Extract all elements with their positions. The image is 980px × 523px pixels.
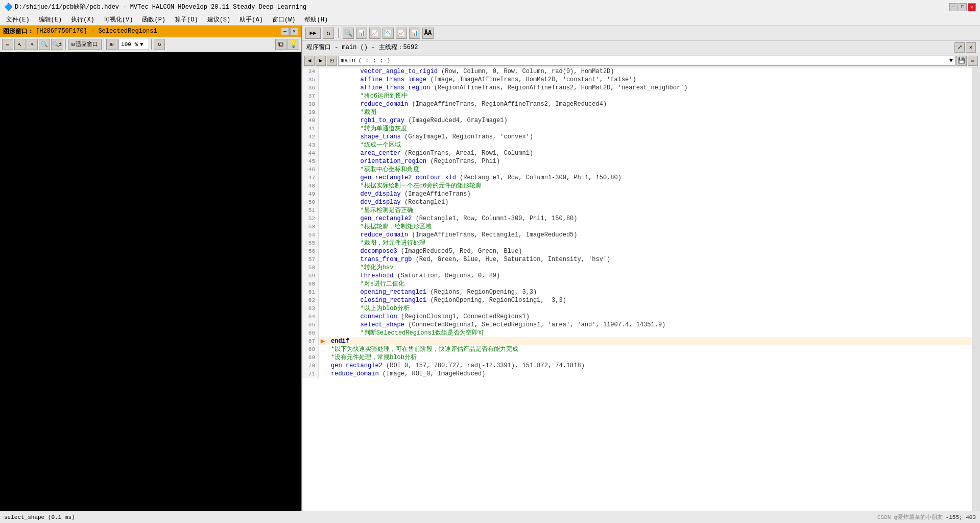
- zoom-dropdown-icon[interactable]: ▼: [140, 41, 144, 47]
- table-row[interactable]: 62 closing_rectangle1 (RegionOpening, Re…: [302, 296, 972, 304]
- draw-tool[interactable]: ✏: [2, 39, 13, 50]
- chart5-btn[interactable]: 📊: [409, 28, 420, 39]
- table-row[interactable]: 64 connection (RegionClosing1, Connected…: [302, 313, 972, 321]
- table-row[interactable]: 63 *以上为blob分析: [302, 304, 972, 313]
- refresh-btn[interactable]: ↻: [323, 28, 334, 39]
- table-row[interactable]: 42 shape_trans (GrayImage1, RegionTrans,…: [302, 133, 972, 141]
- chart4-btn[interactable]: 📈: [396, 28, 407, 39]
- table-row[interactable]: 52 gen_rectangle2 (Rectangle1, Row, Colu…: [302, 215, 972, 223]
- program-header-label: 程序窗口 - main () - 主线程：5692: [306, 43, 418, 52]
- menu-edit[interactable]: 编辑(E): [35, 14, 66, 25]
- table-row[interactable]: 39 *裁图: [302, 108, 972, 116]
- adapt-window-btn[interactable]: ⊞ 适应窗口: [68, 39, 102, 50]
- table-row[interactable]: 37 *将c6运用到图中: [302, 92, 972, 100]
- table-row[interactable]: 51 *显示检测是否正确: [302, 206, 972, 215]
- table-row[interactable]: 47 gen_rectangle2_contour_xld (Rectangle…: [302, 174, 972, 182]
- line-number: 42: [302, 133, 319, 141]
- save-icon-btn[interactable]: 💾: [957, 56, 967, 66]
- table-row[interactable]: 45 orientation_region (RegionTrans, Phi1…: [302, 157, 972, 165]
- table-row[interactable]: 53 *根据轮廓，绘制矩形区域: [302, 223, 972, 231]
- table-row[interactable]: 67▶endif: [302, 337, 972, 345]
- menu-execute[interactable]: 执行(X): [67, 14, 99, 25]
- line-content: *转化为hsv: [327, 264, 972, 272]
- close-button[interactable]: ✕: [968, 3, 976, 11]
- table-row[interactable]: 34 vector_angle_to_rigid (Row, Column, 0…: [302, 67, 972, 76]
- chart1-btn[interactable]: 📊: [356, 28, 367, 39]
- table-row[interactable]: 36 affine_trans_region (RegionAffineTran…: [302, 84, 972, 92]
- code-content[interactable]: 34 vector_angle_to_rigid (Row, Column, 0…: [302, 67, 972, 511]
- line-number: 35: [302, 76, 319, 84]
- layers-btn[interactable]: ⧉: [275, 39, 286, 50]
- table-row[interactable]: 50 dev_display (Rectangle1): [302, 198, 972, 206]
- program-header: 程序窗口 - main () - 主线程：5692 ⤢ ✕: [302, 41, 980, 54]
- select-tool[interactable]: ↖: [14, 39, 26, 50]
- back-btn[interactable]: ◀: [304, 56, 315, 66]
- line-content: decompose3 (ImageReduced5, Red, Green, B…: [327, 247, 972, 255]
- table-row[interactable]: 70gen_rectangle2 (ROI_0, 157, 780.727, r…: [302, 362, 972, 370]
- menu-suggest[interactable]: 建议(S): [203, 14, 235, 25]
- table-row[interactable]: 57 trans_from_rgb (Red, Green, Blue, Hue…: [302, 255, 972, 264]
- edit-icon-btn[interactable]: ✏: [968, 56, 978, 66]
- table-row[interactable]: 69*没有元件处理，常规blob分析: [302, 353, 972, 362]
- table-row[interactable]: 38 reduce_domain (ImageAffineTrans, Regi…: [302, 100, 972, 108]
- expand-btn[interactable]: ⤢: [954, 42, 965, 53]
- table-row[interactable]: 43 *练成一个区域: [302, 141, 972, 149]
- table-row[interactable]: 68*以下为快速实验处理，可在售前阶段，快速评估产品是否有能力完成: [302, 345, 972, 353]
- detach-btn[interactable]: ✕: [966, 42, 976, 53]
- table-row[interactable]: 48 *根据实际绘制一个在c6旁的元件的矩形轮廓: [302, 182, 972, 190]
- panel-close-btn[interactable]: ✕: [290, 27, 298, 35]
- line-content: *显示检测是否正确: [327, 206, 972, 215]
- scope-btn[interactable]: ⊡: [327, 56, 337, 66]
- zoom-level[interactable]: 100 % ▼: [118, 39, 149, 50]
- panel-minimize-btn[interactable]: —: [281, 27, 289, 35]
- table-row[interactable]: 66 *判断SelectedRegions1数组是否为空即可: [302, 329, 972, 337]
- menu-operators[interactable]: 算子(O): [171, 14, 202, 25]
- table-row[interactable]: 65 select_shape (ConnectedRegions1, Sele…: [302, 321, 972, 329]
- fwd-btn[interactable]: ▶: [316, 56, 326, 66]
- maximize-button[interactable]: □: [959, 3, 967, 11]
- program-header-actions: ⤢ ✕: [954, 42, 976, 53]
- menu-assistant[interactable]: 助手(A): [235, 14, 267, 25]
- light-btn[interactable]: 💡: [288, 39, 299, 50]
- rotate-btn[interactable]: ↻: [154, 39, 165, 50]
- code-editor[interactable]: 34 vector_angle_to_rigid (Row, Column, 0…: [302, 67, 980, 511]
- line-number: 69: [302, 353, 319, 362]
- table-row[interactable]: 71reduce_domain (Image, ROI_0, ImageRedu…: [302, 370, 972, 378]
- table-row[interactable]: 46 *获取中心坐标和角度: [302, 165, 972, 174]
- table-row[interactable]: 56 decompose3 (ImageReduced5, Red, Green…: [302, 247, 972, 255]
- table-row[interactable]: 60 *对s进行二值化: [302, 280, 972, 288]
- func-dropdown[interactable]: main（ : : : ） ▼: [338, 56, 955, 66]
- table-row[interactable]: 61 opening_rectangle1 (Regions, RegionOp…: [302, 288, 972, 296]
- table-row[interactable]: 40 rgb1_to_gray (ImageReduced4, GrayImag…: [302, 116, 972, 125]
- minimize-button[interactable]: —: [949, 3, 958, 11]
- menu-help[interactable]: 帮助(H): [300, 14, 332, 25]
- run-btn[interactable]: ▶▶: [305, 28, 321, 39]
- status-message: select_shape (0.1 ms): [4, 514, 75, 520]
- zoom-inout-tool[interactable]: 🔍±: [51, 39, 63, 50]
- line-arrow: ▶: [319, 337, 327, 345]
- search-btn[interactable]: 🔍: [343, 28, 354, 39]
- font-btn[interactable]: ÅA: [422, 28, 434, 39]
- menu-visual[interactable]: 可视化(V): [100, 14, 137, 25]
- table-row[interactable]: 35 affine_trans_image (Image, ImageAffin…: [302, 76, 972, 84]
- zoom-tool[interactable]: 🔍: [39, 39, 50, 50]
- line-number: 67: [302, 337, 319, 345]
- table-row[interactable]: 55 *裁图，对元件进行处理: [302, 239, 972, 247]
- chart3-btn[interactable]: 📉: [383, 28, 394, 39]
- table-row[interactable]: 49 dev_display (ImageAffineTrans): [302, 190, 972, 198]
- vertical-scrollbar[interactable]: [972, 67, 980, 511]
- chart2-btn[interactable]: 📈: [369, 28, 380, 39]
- table-row[interactable]: 44 area_center (RegionTrans, Area1, Row1…: [302, 149, 972, 157]
- menu-window[interactable]: 窗口(W): [268, 14, 300, 25]
- graphics-canvas[interactable]: [0, 52, 301, 511]
- menu-file[interactable]: 文件(E): [2, 14, 34, 25]
- table-row[interactable]: 59 threshold (Saturation, Regions, 0, 89…: [302, 272, 972, 280]
- table-row[interactable]: 54 reduce_domain (ImageAffineTrans, Rect…: [302, 231, 972, 239]
- table-row[interactable]: 41 *转为单通道灰度: [302, 125, 972, 133]
- status-bar: select_shape (0.1 ms) CSDN @爱炸薯条的小朋友 -15…: [0, 511, 980, 523]
- func-dropdown-arrow[interactable]: ▼: [949, 57, 953, 64]
- table-row[interactable]: 58 *转化为hsv: [302, 264, 972, 272]
- move-tool[interactable]: ⌖: [27, 39, 38, 50]
- menu-functions[interactable]: 函数(P): [138, 14, 170, 25]
- func-dropdown-value: main（ : : : ）: [341, 56, 393, 65]
